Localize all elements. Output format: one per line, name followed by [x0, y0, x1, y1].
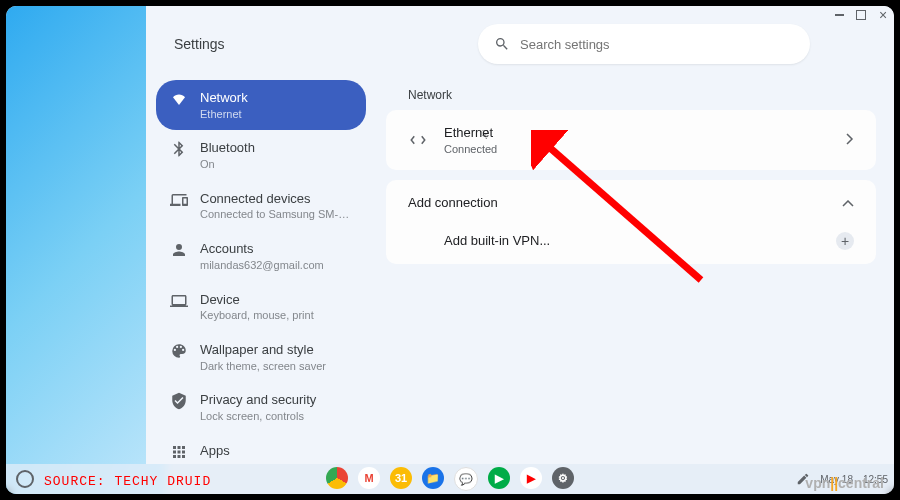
add-button[interactable]: +: [836, 232, 854, 250]
sidebar-item-privacy[interactable]: Privacy and securityLock screen, control…: [156, 382, 366, 432]
chat-app-icon[interactable]: 💬: [454, 467, 478, 491]
sidebar-item-label: Apps: [200, 442, 326, 458]
chevron-right-icon: [846, 133, 854, 148]
chrome-app-icon[interactable]: [326, 467, 348, 489]
sidebar-item-sub: Lock screen, controls: [200, 409, 316, 424]
person-icon: [170, 241, 188, 259]
laptop-icon: [170, 292, 188, 310]
page-title: Settings: [174, 36, 225, 52]
youtube-app-icon[interactable]: ▶: [520, 467, 542, 489]
sidebar: NetworkEthernet BluetoothOn Connected de…: [146, 80, 376, 458]
sidebar-item-wallpaper[interactable]: Wallpaper and styleDark theme, screen sa…: [156, 332, 366, 382]
chevron-up-icon: [842, 196, 854, 211]
ethernet-icon: [408, 130, 428, 150]
sidebar-item-sub: On: [200, 157, 255, 172]
meet-app-icon[interactable]: ▶: [488, 467, 510, 489]
bluetooth-icon: [170, 140, 188, 158]
sidebar-item-device[interactable]: DeviceKeyboard, mouse, print: [156, 282, 366, 332]
row-sub: Connected: [444, 142, 497, 157]
watermark: vpn||central: [805, 475, 884, 491]
gmail-app-icon[interactable]: M: [358, 467, 380, 489]
row-label: Add connection: [408, 194, 498, 212]
apps-icon: [170, 443, 188, 458]
sidebar-item-connected-devices[interactable]: Connected devicesConnected to Samsung SM…: [156, 181, 366, 231]
annotation-arrow-icon: [531, 130, 731, 310]
sidebar-item-sub: Connected to Samsung SM-M3...: [200, 207, 350, 222]
settings-app-icon[interactable]: ⚙: [552, 467, 574, 489]
sidebar-item-label: Wallpaper and style: [200, 341, 326, 359]
sidebar-item-label: Accounts: [200, 240, 324, 258]
sidebar-item-network[interactable]: NetworkEthernet: [156, 80, 366, 130]
sidebar-item-label: Bluetooth: [200, 139, 255, 157]
row-label: Ethernet: [444, 124, 497, 142]
sidebar-item-label: Privacy and security: [200, 391, 316, 409]
search-input[interactable]: [510, 36, 794, 53]
window-maximize-button[interactable]: [854, 8, 868, 22]
section-title: Network: [386, 80, 876, 110]
sidebar-item-sub: Ethernet: [200, 107, 248, 122]
sidebar-item-bluetooth[interactable]: BluetoothOn: [156, 130, 366, 180]
window-minimize-button[interactable]: [832, 8, 846, 22]
sidebar-item-sub: milandas632@gmail.com: [200, 258, 324, 273]
wifi-icon: [170, 90, 188, 108]
cursor-icon: ☟: [481, 128, 488, 142]
files-app-icon[interactable]: 📁: [422, 467, 444, 489]
window-close-button[interactable]: ×: [876, 8, 890, 22]
sidebar-item-sub: Dark theme, screen saver: [200, 359, 326, 374]
sidebar-item-label: Connected devices: [200, 190, 350, 208]
sidebar-item-label: Network: [200, 89, 248, 107]
sidebar-item-sub: Keyboard, mouse, print: [200, 308, 314, 323]
content-pane: Network EthernetConnected Add connection: [376, 80, 894, 458]
palette-icon: [170, 342, 188, 360]
source-attribution: SOURCE: TECHY DRUID: [44, 474, 211, 489]
sidebar-item-label: Device: [200, 291, 314, 309]
sidebar-item-apps[interactable]: AppsNotifications, Google Play: [156, 433, 366, 458]
search-bar[interactable]: [478, 24, 810, 64]
shield-icon: [170, 392, 188, 410]
devices-icon: [170, 191, 188, 209]
svg-line-0: [541, 140, 701, 280]
launcher-button[interactable]: [16, 470, 34, 488]
calendar-app-icon[interactable]: 31: [390, 467, 412, 489]
search-icon: [494, 36, 510, 52]
sidebar-item-accounts[interactable]: Accountsmilandas632@gmail.com: [156, 231, 366, 281]
